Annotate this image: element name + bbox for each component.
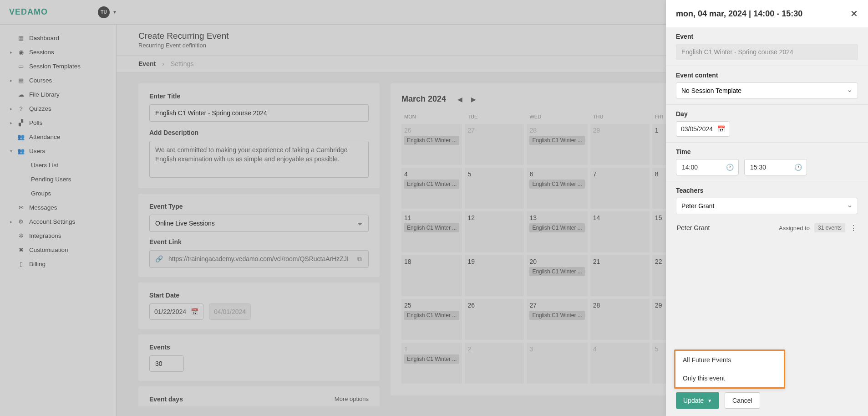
panel-content-label: Event content (676, 72, 858, 79)
panel-teachers-label: Teachers (676, 187, 858, 194)
panel-day-label: Day (676, 110, 858, 118)
panel-time-section: Time 14:00 🕐 15:30 🕐 (666, 143, 868, 181)
update-button[interactable]: Update ▼ (676, 392, 719, 409)
panel-time-label: Time (676, 148, 858, 155)
panel-event-name (676, 44, 858, 60)
cancel-button[interactable]: Cancel (725, 392, 760, 409)
teacher-name: Peter Grant (677, 224, 710, 231)
panel-event-label: Event (676, 33, 858, 40)
panel-content-section: Event content (666, 66, 868, 105)
teacher-assignment-row: Peter Grant Assigned to 31 events ⋮ (676, 221, 858, 232)
event-detail-panel: mon, 04 mar, 2024 | 14:00 - 15:30 ✕ Even… (666, 0, 868, 416)
clock-icon: 🕐 (726, 164, 734, 171)
panel-title: mon, 04 mar, 2024 | 14:00 - 15:30 (676, 9, 802, 19)
close-icon[interactable]: ✕ (850, 8, 858, 19)
panel-day-input[interactable]: 03/05/2024 📅 (676, 121, 730, 137)
clock-icon: 🕐 (794, 164, 802, 171)
update-scope-popup: All Future Events Only this event (674, 349, 785, 389)
popup-all-future-events[interactable]: All Future Events (675, 351, 784, 369)
events-count-badge: 31 events (814, 223, 845, 232)
caret-down-icon: ▼ (707, 398, 712, 403)
panel-teachers-select[interactable] (676, 198, 858, 214)
panel-teachers-section: Teachers Peter Grant Assigned to 31 even… (666, 181, 868, 238)
assigned-to-label: Assigned to (779, 225, 810, 231)
panel-footer: All Future Events Only this event Update… (666, 385, 868, 416)
panel-day-section: Day 03/05/2024 📅 (666, 105, 868, 143)
panel-time-from-input[interactable]: 14:00 🕐 (676, 159, 739, 175)
panel-event-section: Event (666, 27, 868, 66)
popup-only-this-event[interactable]: Only this event (675, 369, 784, 387)
panel-time-to-input[interactable]: 15:30 🕐 (744, 159, 807, 175)
kebab-menu-icon[interactable]: ⋮ (850, 224, 857, 232)
calendar-icon: 📅 (717, 125, 725, 133)
panel-content-select[interactable] (676, 82, 858, 99)
